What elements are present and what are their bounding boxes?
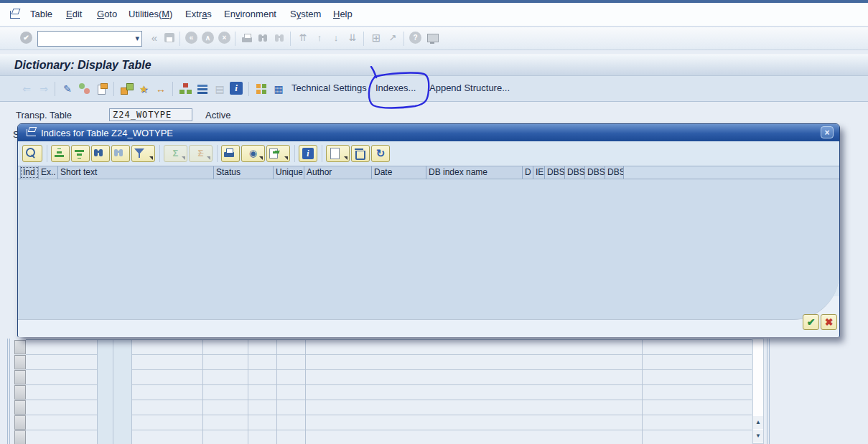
create-index-button[interactable]	[326, 145, 350, 162]
collapse-toolbar-icon[interactable]: «	[147, 31, 162, 45]
wand-icon[interactable]: ★	[136, 82, 151, 96]
cancel-button[interactable]: ✖	[821, 314, 837, 330]
subtotal-button[interactable]: Σ	[189, 145, 213, 162]
refresh-icon[interactable]	[78, 82, 92, 96]
find-next-button[interactable]	[111, 145, 130, 162]
sorted-list-icon[interactable]	[197, 85, 207, 94]
table-entries-icon[interactable]: ▤	[213, 82, 227, 96]
command-dropdown-icon[interactable]: ▾	[135, 34, 139, 43]
column-header-unique[interactable]: Unique	[274, 166, 304, 179]
column-header-ind[interactable]: Ind	[20, 166, 39, 179]
column-header-date[interactable]: Date	[372, 166, 426, 179]
confirm-button[interactable]: ✔	[803, 314, 819, 330]
technical-settings-button[interactable]: Technical Settings	[291, 82, 367, 93]
toolbar-separator	[248, 82, 249, 96]
views-button[interactable]: ◉	[241, 145, 265, 162]
index-table-header: Ind Ex.. Short text Status Unique Author…	[18, 166, 839, 179]
toolbar-separator	[403, 32, 404, 46]
create-shortcut-icon[interactable]: ↗	[386, 31, 400, 45]
menu-utilities[interactable]: Utilities(M)	[129, 9, 172, 19]
row-selector[interactable]	[14, 415, 26, 430]
scroll-down-icon[interactable]: ▼	[753, 430, 763, 443]
information-button[interactable]: i	[299, 145, 317, 162]
exit-icon[interactable]: ∧	[202, 32, 214, 44]
previous-page-icon[interactable]: ↑	[312, 31, 327, 45]
menu-table[interactable]: Table	[30, 9, 52, 19]
forward-navigation-icon[interactable]: ↔	[154, 82, 168, 96]
choose-details-button[interactable]	[22, 145, 42, 162]
forward-arrow-icon[interactable]: ⇒	[37, 82, 51, 96]
scroll-up-icon[interactable]: ▲	[753, 416, 763, 429]
sort-descending-button[interactable]	[71, 145, 90, 162]
display-change-icon[interactable]: ✎	[60, 82, 75, 96]
last-page-icon[interactable]: ⇊	[345, 31, 360, 45]
column-header-ex[interactable]: Ex..	[39, 166, 58, 179]
toolbar-separator	[363, 32, 364, 46]
filter-icon	[132, 146, 154, 161]
find-icon[interactable]	[256, 31, 271, 45]
print-button[interactable]	[221, 145, 240, 162]
column-header-db-index-name[interactable]: DB index name	[426, 166, 523, 179]
command-field[interactable]: ▾	[37, 31, 142, 47]
row-selector[interactable]	[14, 400, 26, 415]
column-header-short-text[interactable]: Short text	[58, 166, 214, 179]
transp-table-label: Transp. Table	[16, 110, 72, 121]
export-button[interactable]	[266, 145, 290, 162]
row-selector[interactable]	[14, 340, 26, 354]
sort-ascending-button[interactable]	[51, 145, 70, 162]
menu-extras[interactable]: Extras	[185, 9, 212, 19]
refresh-button[interactable]: ↻	[371, 145, 390, 162]
first-page-icon[interactable]: ⇈	[296, 31, 310, 45]
column-header-dbs-1[interactable]: DBS	[545, 166, 565, 179]
indexes-button[interactable]: Indexes...	[375, 82, 416, 93]
column-header-ie[interactable]: IE	[533, 166, 545, 179]
column-header-dbs-3[interactable]: DBS	[585, 166, 605, 179]
container-border	[9, 339, 10, 444]
row-selector[interactable]	[14, 430, 26, 444]
column-header-dbs-4[interactable]: DBS	[605, 166, 624, 179]
next-page-icon[interactable]: ↓	[329, 31, 343, 45]
set-filter-button[interactable]	[131, 145, 155, 162]
total-button[interactable]: Σ	[164, 145, 187, 162]
row-selector[interactable]	[14, 370, 26, 384]
copy-icon[interactable]	[95, 82, 109, 96]
menu-system[interactable]: System	[290, 9, 321, 19]
screen-title-bar: Dictionary: Display Table	[0, 55, 868, 76]
find-next-icon[interactable]	[273, 31, 287, 45]
table-contents-icon[interactable]: ▦	[271, 82, 286, 96]
table-name-field[interactable]: Z24_WOTYPE	[109, 108, 192, 121]
menu-goto[interactable]: Goto	[97, 9, 117, 19]
vertical-scrollbar[interactable]: ▲ ▼	[752, 339, 764, 444]
column-header-author[interactable]: Author	[304, 166, 372, 179]
check-table-icon[interactable]	[254, 82, 269, 96]
column-header-status[interactable]: Status	[214, 166, 274, 179]
menu-environment[interactable]: Environment	[224, 9, 276, 19]
row-selector[interactable]	[14, 355, 26, 369]
delete-index-button[interactable]	[351, 145, 370, 162]
column-header-dbs-2[interactable]: DBS	[565, 166, 585, 179]
dialog-title-bar[interactable]: Indices for Table Z24_WOTYPE ×	[18, 124, 839, 141]
new-session-icon[interactable]: ⊞	[369, 31, 383, 45]
help-icon[interactable]: ?	[409, 32, 421, 44]
container-border	[767, 339, 767, 444]
cancel-icon[interactable]: ×	[218, 32, 230, 44]
find-button[interactable]	[91, 145, 110, 162]
enter-icon[interactable]: ✔	[20, 32, 32, 44]
hierarchy-icon[interactable]	[178, 82, 192, 96]
dialog-close-icon[interactable]: ×	[821, 126, 834, 138]
column-header-d[interactable]: D	[523, 166, 533, 179]
sort-descending-icon	[72, 146, 89, 161]
row-selector[interactable]	[14, 385, 26, 400]
customize-layout-icon[interactable]	[425, 31, 439, 45]
back-arrow-icon[interactable]: ⇐	[19, 82, 34, 96]
menu-help[interactable]: Help	[333, 9, 353, 19]
append-structure-button[interactable]: Append Structure...	[429, 82, 510, 93]
system-menu-icon[interactable]	[10, 11, 20, 19]
print-icon[interactable]	[240, 31, 254, 45]
menu-edit[interactable]: Edit	[66, 9, 82, 19]
where-used-icon[interactable]	[119, 82, 134, 96]
info-icon[interactable]: i	[230, 82, 243, 95]
back-icon[interactable]: «	[185, 32, 197, 44]
dialog-title: Indices for Table Z24_WOTYPE	[41, 128, 173, 138]
print-icon	[222, 146, 239, 161]
